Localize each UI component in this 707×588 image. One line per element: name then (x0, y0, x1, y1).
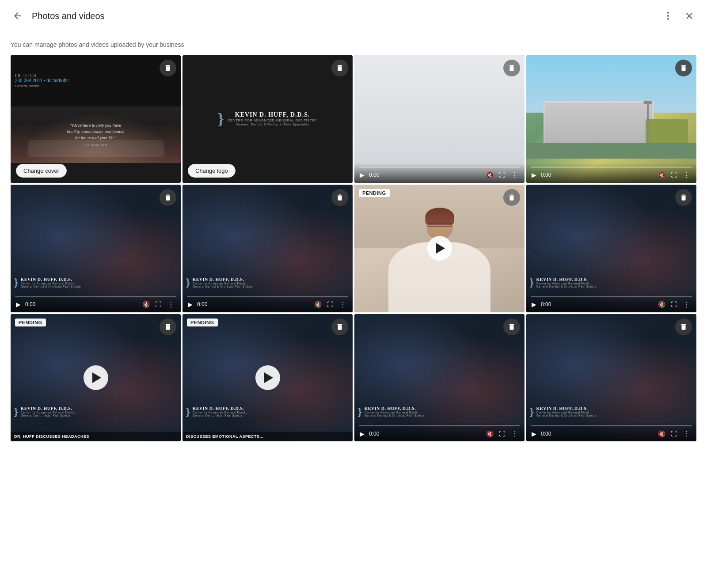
controls-row: ▶ 0:00 🔇 ⛶ ⋮ (359, 170, 520, 180)
more-button[interactable]: ⋮ (509, 429, 520, 439)
play-button[interactable]: ▶ (15, 300, 22, 309)
fullscreen-button[interactable]: ⛶ (670, 429, 678, 438)
play-button[interactable]: ▶ (531, 300, 537, 309)
video-item-3[interactable]: ▶ 0:00 🔇 ⛶ ⋮ (354, 55, 525, 183)
mute-button[interactable]: 🔇 (657, 300, 666, 309)
delete-button[interactable] (503, 189, 520, 206)
outdoor-ground (526, 143, 696, 159)
dental-tagline: General Dentist & Orofacial Pain Specia (21, 285, 81, 288)
delete-button[interactable] (675, 189, 692, 206)
play-button[interactable]: ▶ (531, 171, 537, 179)
pending-person-video-item[interactable]: PENDING (354, 185, 525, 312)
mute-button[interactable]: 🔇 (657, 429, 666, 438)
bracket-icon: } (358, 407, 362, 417)
dental-center: Center for Advanced General Denti... (536, 282, 597, 285)
dental-logo-overlay: } Kevin D. Huff, D.D.S. Center for Advan… (186, 406, 349, 417)
bracket-icon: } (530, 277, 534, 287)
dental-doctor-name: Kevin D. Huff, D.D.S. (193, 277, 253, 282)
mute-button[interactable]: 🔇 (485, 171, 494, 179)
delete-button[interactable] (503, 60, 520, 76)
more-button[interactable]: ⋮ (338, 300, 348, 310)
fullscreen-button[interactable]: ⛶ (498, 429, 506, 438)
dental-video-item-11[interactable]: } Kevin D. Huff, D.D.S. Center for Advan… (354, 314, 525, 442)
dental-center: Center for Advanced General Denti... (193, 411, 248, 414)
more-button[interactable]: ⋮ (681, 300, 692, 310)
change-cover-button[interactable]: Change cover (16, 164, 67, 178)
more-button[interactable]: ⋮ (509, 170, 520, 180)
outdoor-photo-item[interactable]: ▶ 0:00 🔇 ⛶ ⋮ (526, 55, 696, 183)
video-controls: ▶ 0:00 🔇 ⛶ ⋮ (526, 421, 696, 441)
controls-row: ▶ 0:00 🔇 ⛶ ⋮ (15, 300, 176, 310)
pending-dental-video-10[interactable]: } Kevin D. Huff, D.D.S. Center for Advan… (182, 314, 353, 442)
dental-logo-overlay: } Kevin D. Huff, D.D.S. Center for Advan… (530, 277, 693, 288)
logo-tagline: General Dentist & Orofacial Pain Special… (228, 122, 318, 126)
more-options-button[interactable] (659, 7, 677, 25)
fullscreen-button[interactable]: ⛶ (498, 171, 506, 179)
delete-button[interactable] (331, 319, 348, 335)
mute-button[interactable]: 🔇 (657, 171, 666, 179)
dental-video-item-12[interactable]: } Kevin D. Huff, D.D.S. Center for Advan… (526, 314, 696, 442)
progress-bar (531, 167, 692, 168)
change-logo-button[interactable]: Change logo (188, 164, 236, 178)
time-display: 0:00 (369, 431, 379, 437)
video-controls: ▶ 0:00 🔇 ⛶ ⋮ (354, 421, 525, 441)
svg-point-1 (667, 15, 669, 17)
dental-tagline: General Dentist & Orofacial Pain Specia (536, 414, 597, 417)
delete-button[interactable] (160, 189, 176, 206)
dental-tagline: General Dentist & Orofacial Pain Specia (365, 414, 425, 417)
dental-video-item-6[interactable]: } Kevin D. Huff, D.D.S. Center for Advan… (182, 185, 353, 312)
progress-bar (15, 296, 176, 297)
delete-button[interactable] (160, 60, 176, 76)
more-button[interactable]: ⋮ (681, 429, 692, 439)
mute-button[interactable]: 🔇 (485, 429, 494, 438)
mute-button[interactable]: 🔇 (313, 300, 323, 309)
cover-photo-item[interactable]: hff, D.D.S. 330-364-2011 • doctorhuff.t … (11, 55, 181, 183)
fullscreen-button[interactable]: ⛶ (326, 300, 334, 309)
back-button[interactable] (9, 7, 27, 25)
fullscreen-button[interactable]: ⛶ (670, 171, 678, 179)
progress-bar (531, 425, 692, 426)
play-overlay[interactable] (84, 365, 108, 390)
delete-button[interactable] (675, 60, 692, 76)
delete-button[interactable] (503, 319, 520, 335)
more-button[interactable]: ⋮ (166, 300, 176, 310)
more-button[interactable]: ⋮ (681, 170, 692, 180)
subtitle-text: You can manage photos and videos uploade… (0, 32, 707, 55)
play-triangle-icon (92, 372, 101, 383)
dental-tagline: General Dentist & Orofacial Pain Specia (536, 285, 597, 288)
dental-logo-overlay: } Kevin D. Huff, D.D.S. Center for Advan… (14, 277, 177, 288)
dental-doctor-name: Kevin D. Huff, D.D.S. (365, 406, 425, 411)
close-button[interactable] (680, 7, 698, 25)
dental-video-item-5[interactable]: } Kevin D. Huff, D.D.S. Center for Advan… (11, 185, 181, 312)
dental-video-item-8[interactable]: } Kevin D. Huff, D.D.S. Center for Advan… (526, 185, 696, 312)
delete-button[interactable] (331, 189, 348, 206)
dental-tagline: General Dentist & Orofacial Pain Specia (193, 285, 253, 288)
play-button[interactable]: ▶ (531, 429, 537, 438)
progress-bar (531, 296, 692, 297)
play-overlay[interactable] (427, 236, 452, 261)
play-button[interactable]: ▶ (359, 429, 365, 438)
video-caption: DISCUSSES EMOTIONAL ASPECTS... (186, 434, 349, 439)
mute-button[interactable]: 🔇 (141, 300, 151, 309)
dental-doctor-name: Kevin D. Huff, D.D.S. (21, 277, 81, 282)
dental-center: Center for Advanced General Denti... (536, 411, 597, 414)
bracket-icon: } (14, 277, 18, 287)
play-button[interactable]: ▶ (359, 171, 365, 179)
dental-text: Kevin D. Huff, D.D.S. Center for Advance… (21, 277, 81, 288)
play-button[interactable]: ▶ (187, 300, 194, 309)
pending-badge: PENDING (359, 189, 390, 197)
bracket-icon: } (186, 277, 190, 287)
bracket-icon: } (530, 407, 534, 417)
dental-center: Center for Advanced General Denti... (365, 411, 425, 414)
delete-button[interactable] (675, 319, 692, 335)
delete-button[interactable] (331, 60, 348, 76)
header: Photos and videos (0, 0, 707, 32)
delete-button[interactable] (160, 319, 176, 335)
play-overlay[interactable] (255, 365, 280, 390)
logo-item[interactable]: } Kevin D. Huff, D.D.S. Center for Advan… (182, 55, 353, 183)
dental-tagline: General Dent...facial Pain Specia (193, 414, 248, 417)
fullscreen-button[interactable]: ⛶ (154, 300, 162, 309)
fullscreen-button[interactable]: ⛶ (670, 300, 678, 309)
video-controls: ▶ 0:00 🔇 ⛶ ⋮ (11, 292, 181, 312)
pending-dental-video-9[interactable]: } Kevin D. Huff, D.D.S. Center for Advan… (11, 314, 181, 442)
